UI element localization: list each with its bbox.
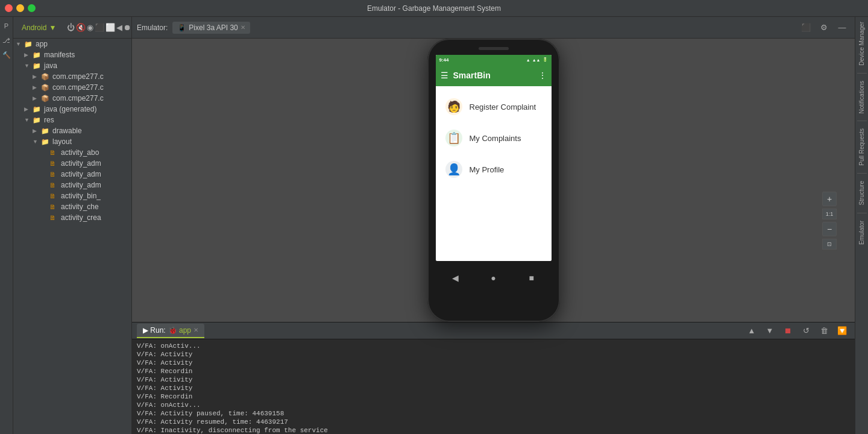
tree-arrow: ▶ [33,95,41,101]
log-line-resume: V/FA: Activity resumed, time: 44639217 [137,418,850,426]
maximize-button[interactable] [28,4,36,12]
nav-home-button[interactable]: ● [484,272,502,284]
toolbar-btn-rotate2[interactable]: ⬜ [105,20,115,36]
project-tree: ▼ 📁 app ▶ 📁 manifests ▼ 📁 java ▶ 📦 com.c… [13,39,131,434]
toolbar-btn-power[interactable]: ⏻ [67,20,75,36]
panel-separator [857,173,867,174]
tree-item-manifests[interactable]: ▶ 📁 manifests [13,49,131,60]
close-button[interactable] [5,4,13,12]
fullscreen-btn[interactable]: ⬛ [798,20,814,36]
stop-run-btn[interactable]: ⏹ [780,323,796,339]
drawer-item-my-profile[interactable]: 👤 My Profile [436,154,552,185]
tree-label: java [44,61,57,70]
folder-icon: 📁 [33,116,42,124]
project-icon[interactable]: P [0,19,13,33]
drawer-item-register-complaint[interactable]: 🧑 Register Complaint [436,91,552,122]
nav-back-button[interactable]: ◀ [446,272,464,284]
filter-log-btn[interactable]: 🔽 [834,323,850,339]
tree-item-res[interactable]: ▼ 📁 res [13,115,131,125]
scroll-up-btn[interactable]: ▲ [744,323,760,339]
tree-label: activity_crea [61,213,101,222]
hamburger-menu-icon[interactable]: ☰ [441,71,448,80]
toolbar-btn-mute[interactable]: 🔇 [76,20,86,36]
tree-arrow: ▶ [24,52,33,58]
emulator-panel[interactable]: Emulator [857,216,867,250]
structure-panel[interactable]: Structure [857,176,867,210]
tree-item-file3[interactable]: ▶ 🗎 activity_adm [13,169,131,180]
zoom-ratio: 1:1 [822,209,837,219]
tree-label: manifests [44,51,75,59]
tree-item-java[interactable]: ▼ 📁 java [13,60,131,71]
tree-item-file4[interactable]: ▶ 🗎 activity_adm [13,180,131,190]
tree-item-layout[interactable]: ▼ 📁 layout [13,136,131,147]
tree-label: activity_abo [61,148,99,157]
run-tab[interactable]: ▶ Run: 🐞 app ✕ [137,324,204,338]
android-dropdown[interactable]: Android ▼ [18,22,60,33]
scroll-down-btn[interactable]: ▼ [762,323,778,339]
drawer-item-my-complaints[interactable]: 📋 My Complaints [436,122,552,154]
zoom-fit-button[interactable]: ⊡ [822,239,837,250]
phone-frame: 9:44 ▲ ▲▲ 🔋 ☰ SmartBin ⋮ [427,39,560,322]
log-line-pause: V/FA: Activity paused, time: 44639158 [137,409,850,418]
tree-item-file1[interactable]: ▶ 🗎 activity_abo [13,147,131,158]
tree-item-file7[interactable]: ▶ 🗎 activity_crea [13,212,131,223]
tree-label: activity_che [61,203,99,211]
toolbar-btn-rotate1[interactable]: ⬛ [95,20,104,36]
rerun-btn[interactable]: ↺ [798,323,814,339]
tree-item-java-gen[interactable]: ▶ 📁 java (generated) [13,104,131,115]
close-device-icon: ✕ [241,24,245,31]
my-profile-icon: 👤 [445,161,462,178]
folder-icon: 📁 [24,40,34,48]
device-selector[interactable]: 📱 Pixel 3a API 30 ✕ [172,22,250,34]
bottom-panel-actions: ▲ ▼ ⏹ ↺ 🗑 🔽 [744,323,850,339]
tree-item-file5[interactable]: ▶ 🗎 activity_bin_ [13,190,131,201]
tree-label: activity_bin_ [61,192,101,200]
tree-label: com.cmpe277.c [52,83,104,92]
tree-item-com2[interactable]: ▶ 📦 com.cmpe277.c [13,82,131,93]
bottom-panel: ▶ Run: 🐞 app ✕ ▲ ▼ ⏹ ↺ 🗑 🔽 V/FA: onActiv [132,322,855,434]
zoom-out-button[interactable]: − [822,222,837,236]
register-complaint-icon: 🧑 [445,98,462,115]
notifications-panel[interactable]: Notifications [857,76,867,118]
device-name: Pixel 3a API 30 [189,24,237,32]
clear-log-btn[interactable]: 🗑 [816,323,832,339]
wifi-icon: ▲ [526,58,530,62]
file-icon: 🗎 [49,203,59,210]
settings-btn[interactable]: ⚙ [816,20,832,36]
app-bar: ☰ SmartBin ⋮ [436,64,552,86]
tree-item-file6[interactable]: ▶ 🗎 activity_che [13,201,131,212]
my-complaints-label: My Complaints [470,134,521,143]
folder-pkg-icon: 📦 [41,95,51,102]
left-icon-strip: P ⎇ 🔨 [0,17,13,434]
title-bar: Emulator - Garbage Management System [0,0,868,17]
phone-nav-bar: ◀ ● ■ [436,266,551,290]
tree-item-com3[interactable]: ▶ 📦 com.cmpe277.c [13,93,131,104]
toolbar-btn-sound[interactable]: ◉ [87,20,93,36]
more-options-icon[interactable]: ⋮ [538,71,547,80]
tree-arrow: ▶ [33,128,41,134]
folder-icon: 📁 [41,138,51,146]
commit-icon[interactable]: ⎇ [0,34,13,47]
pull-requests-panel[interactable]: Pull Requests [857,124,867,171]
tree-item-com1[interactable]: ▶ 📦 com.cmpe277.c [13,71,131,82]
tree-item-app[interactable]: ▼ 📁 app [13,39,131,49]
panel-separator [857,73,867,74]
device-icon: 📱 [177,24,186,32]
zoom-in-button[interactable]: + [822,192,837,206]
tree-arrow: ▼ [24,63,33,69]
tree-item-file2[interactable]: ▶ 🗎 activity_adm [13,158,131,169]
tree-item-drawable[interactable]: ▶ 📁 drawable [13,125,131,136]
nav-recents-button[interactable]: ■ [523,272,541,284]
center-content: Emulator: 📱 Pixel 3a API 30 ✕ ⬛ ⚙ — [132,17,855,434]
run-tab-label: ▶ Run: [143,326,166,335]
minimize-button[interactable] [16,4,24,12]
build-icon[interactable]: 🔨 [0,48,13,61]
toolbar-btn-back[interactable]: ◀ [116,20,122,36]
log-line: V/FA: Activity [137,350,850,359]
toolbar-btn-record[interactable]: ⏺ [124,20,131,36]
minimize-emulator-btn[interactable]: — [834,20,850,36]
folder-icon: 📁 [33,51,42,59]
phone-screen[interactable]: 9:44 ▲ ▲▲ 🔋 ☰ SmartBin ⋮ [436,55,552,261]
run-tab-close[interactable]: ✕ [193,327,198,333]
device-manager-panel[interactable]: Device Manager [857,17,867,71]
